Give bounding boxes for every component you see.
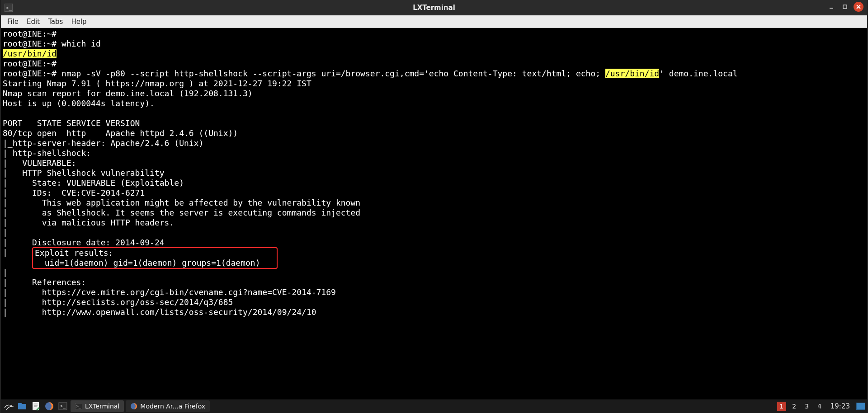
prompt-line: root@INE:~#	[3, 59, 57, 68]
menu-tabs[interactable]: Tabs	[44, 16, 66, 27]
show-desktop-icon[interactable]	[856, 403, 865, 410]
highlighted-output: /usr/bin/id	[3, 49, 57, 58]
prompt-line: root@INE:~#	[3, 69, 61, 78]
file-manager-icon[interactable]	[16, 401, 28, 412]
output-line: |_http-server-header: Apache/2.4.6 (Unix…	[3, 138, 203, 148]
output-line: 80/tcp open http Apache httpd 2.4.6 ((Un…	[3, 128, 238, 138]
menu-help[interactable]: Help	[67, 16, 90, 27]
output-line: |	[3, 228, 8, 237]
svg-rect-7	[18, 403, 22, 405]
output-line: | IDs: CVE:CVE-2014-6271	[3, 188, 145, 197]
window-title: LXTerminal	[413, 4, 455, 12]
exploit-line2: uid=1(daemon) gid=1(daemon) groups=1(dae…	[35, 258, 260, 268]
output-line: PORT STATE SERVICE VERSION	[3, 118, 140, 128]
workspace-2[interactable]: 2	[790, 402, 799, 411]
output-line: | http://www.openwall.com/lists/oss-secu…	[3, 307, 316, 317]
command-text: nmap -sV -p80 --script http-shellshock -…	[61, 69, 605, 78]
output-line: | HTTP Shellshock vulnerability	[3, 168, 165, 178]
output-line: |	[3, 268, 8, 277]
output-line: | References:	[3, 277, 86, 287]
firefox-icon	[130, 403, 137, 410]
output-line: | http://seclists.org/oss-sec/2014/q3/68…	[3, 297, 233, 307]
output-line: | https://cve.mitre.org/cgi-bin/cvename.…	[3, 287, 336, 297]
svg-text:>_: >_	[6, 5, 12, 11]
menubar: File Edit Tabs Help	[1, 15, 867, 28]
prompt-line: root@INE:~#	[3, 39, 61, 48]
workspace-1[interactable]: 1	[777, 402, 786, 411]
titlebar[interactable]: >_ LXTerminal	[1, 0, 867, 15]
terminal-window: >_ LXTerminal File Edit Tabs Help root@I…	[0, 0, 868, 413]
output-line: | http-shellshock:	[3, 148, 91, 158]
svg-rect-3	[843, 5, 847, 9]
taskbar-app-label: LXTerminal	[85, 403, 119, 410]
output-line: | State: VULNERABLE (Exploitable)	[3, 178, 184, 188]
exploit-line1: Exploit results:	[35, 248, 113, 258]
minimize-button[interactable]	[826, 2, 836, 12]
firefox-icon[interactable]	[43, 401, 55, 412]
prompt-line: root@INE:~#	[3, 29, 57, 38]
taskbar: >_ >_ LXTerminal Modern Ar...a Firefox 1…	[1, 399, 867, 413]
maximize-button[interactable]	[840, 2, 850, 12]
output-line: | This web application might be affected…	[3, 198, 360, 207]
menu-edit[interactable]: Edit	[23, 16, 43, 27]
taskbar-right: 1 2 3 4 19:23	[777, 402, 865, 411]
output-line: | as Shellshock. It seems the server is …	[3, 208, 360, 217]
text-editor-icon[interactable]	[30, 401, 42, 412]
highlighted-arg: /usr/bin/id	[605, 69, 659, 78]
menu-file[interactable]: File	[4, 16, 22, 27]
output-line: Starting Nmap 7.91 ( https://nmap.org ) …	[3, 79, 311, 88]
output-line: Host is up (0.000044s latency).	[3, 99, 155, 108]
output-line: | VULNERABLE:	[3, 158, 76, 168]
terminal-output[interactable]: root@INE:~# root@INE:~# which id /usr/bi…	[1, 28, 867, 399]
output-line: |	[3, 248, 32, 257]
command-text: ' demo.ine.local	[659, 69, 737, 78]
taskbar-app-firefox[interactable]: Modern Ar...a Firefox	[126, 400, 210, 412]
output-line: Nmap scan report for demo.ine.local (192…	[3, 89, 253, 98]
workspace-3[interactable]: 3	[802, 402, 811, 411]
terminal-icon: >_	[75, 403, 82, 409]
taskbar-app-lxterminal[interactable]: >_ LXTerminal	[71, 400, 124, 412]
exploit-results-box: Exploit results: uid=1(daemon) gid=1(dae…	[32, 247, 278, 269]
svg-text:>_: >_	[60, 404, 66, 409]
svg-text:>_: >_	[76, 404, 81, 408]
output-line: | Disclosure date: 2014-09-24	[3, 238, 165, 247]
output-line: | via malicious HTTP headers.	[3, 218, 174, 227]
close-button[interactable]	[854, 2, 863, 12]
workspace-4[interactable]: 4	[815, 402, 824, 411]
taskbar-app-label: Modern Ar...a Firefox	[140, 403, 205, 410]
app-icon: >_	[4, 3, 14, 13]
window-controls	[826, 2, 863, 12]
terminal-launcher-icon[interactable]: >_	[57, 401, 69, 412]
clock[interactable]: 19:23	[828, 402, 853, 410]
kali-menu-icon[interactable]	[3, 401, 14, 412]
taskbar-left: >_ >_ LXTerminal Modern Ar...a Firefox	[3, 400, 210, 412]
command-text: which id	[61, 39, 101, 48]
